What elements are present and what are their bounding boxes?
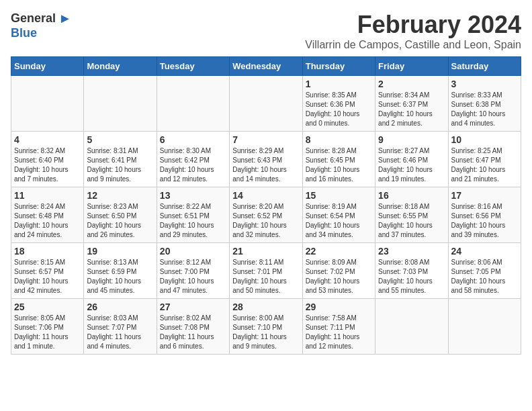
day-info: Sunrise: 8:35 AM Sunset: 6:36 PM Dayligh…: [306, 91, 372, 128]
day-number: 14: [232, 190, 299, 201]
day-info: Sunrise: 8:28 AM Sunset: 6:45 PM Dayligh…: [306, 146, 372, 184]
day-info: Sunrise: 8:32 AM Sunset: 6:40 PM Dayligh…: [14, 146, 81, 184]
calendar-cell: 15Sunrise: 8:19 AM Sunset: 6:54 PM Dayli…: [302, 187, 375, 243]
calendar-cell: 16Sunrise: 8:18 AM Sunset: 6:55 PM Dayli…: [375, 187, 448, 243]
calendar-cell: 28Sunrise: 8:00 AM Sunset: 7:10 PM Dayli…: [230, 299, 302, 355]
day-info: Sunrise: 8:29 AM Sunset: 6:43 PM Dayligh…: [232, 146, 299, 184]
day-number: 6: [160, 134, 226, 145]
calendar-cell: 25Sunrise: 8:05 AM Sunset: 7:06 PM Dayli…: [11, 299, 84, 355]
calendar-cell: 29Sunrise: 7:58 AM Sunset: 7:11 PM Dayli…: [302, 299, 375, 355]
calendar-cell: 12Sunrise: 8:23 AM Sunset: 6:50 PM Dayli…: [84, 187, 157, 243]
page-header: General ► Blue February 2024 Villarrin d…: [11, 11, 521, 51]
calendar-week-row: 11Sunrise: 8:24 AM Sunset: 6:48 PM Dayli…: [11, 187, 521, 243]
weekday-header-row: SundayMondayTuesdayWednesdayThursdayFrid…: [11, 57, 521, 76]
logo-text-blue: Blue: [11, 26, 37, 40]
calendar-cell: 1Sunrise: 8:35 AM Sunset: 6:36 PM Daylig…: [302, 76, 375, 132]
day-number: 22: [306, 246, 372, 257]
day-number: 26: [87, 302, 153, 312]
day-info: Sunrise: 8:12 AM Sunset: 7:00 PM Dayligh…: [160, 258, 226, 295]
calendar-cell: 22Sunrise: 8:09 AM Sunset: 7:02 PM Dayli…: [302, 243, 375, 299]
day-number: 21: [232, 246, 299, 257]
day-number: 2: [378, 79, 445, 89]
logo-bird-icon: ►: [58, 11, 72, 26]
calendar-cell: 3Sunrise: 8:33 AM Sunset: 6:38 PM Daylig…: [448, 76, 521, 132]
day-info: Sunrise: 8:02 AM Sunset: 7:08 PM Dayligh…: [160, 314, 226, 351]
calendar-cell: 13Sunrise: 8:22 AM Sunset: 6:51 PM Dayli…: [157, 187, 229, 243]
month-title: February 2024: [305, 11, 521, 39]
calendar-cell: 18Sunrise: 8:15 AM Sunset: 6:57 PM Dayli…: [11, 243, 84, 299]
day-number: 11: [14, 190, 81, 201]
day-number: 1: [306, 79, 372, 89]
day-number: 20: [160, 246, 226, 257]
day-number: 17: [451, 190, 518, 201]
day-number: 5: [87, 134, 153, 145]
weekday-header-friday: Friday: [375, 57, 448, 76]
day-number: 24: [451, 246, 518, 257]
weekday-header-thursday: Thursday: [302, 57, 375, 76]
day-number: 3: [451, 79, 518, 89]
day-number: 4: [14, 134, 81, 145]
day-info: Sunrise: 8:15 AM Sunset: 6:57 PM Dayligh…: [14, 258, 81, 295]
day-info: Sunrise: 8:13 AM Sunset: 6:59 PM Dayligh…: [87, 258, 153, 295]
calendar-cell: 8Sunrise: 8:28 AM Sunset: 6:45 PM Daylig…: [302, 132, 375, 187]
day-info: Sunrise: 8:06 AM Sunset: 7:05 PM Dayligh…: [451, 258, 518, 295]
day-info: Sunrise: 8:22 AM Sunset: 6:51 PM Dayligh…: [160, 202, 226, 240]
day-info: Sunrise: 8:11 AM Sunset: 7:01 PM Dayligh…: [232, 258, 299, 295]
weekday-header-sunday: Sunday: [11, 57, 84, 76]
day-info: Sunrise: 8:08 AM Sunset: 7:03 PM Dayligh…: [378, 258, 445, 295]
calendar-cell: 7Sunrise: 8:29 AM Sunset: 6:43 PM Daylig…: [230, 132, 302, 187]
calendar-cell: 27Sunrise: 8:02 AM Sunset: 7:08 PM Dayli…: [157, 299, 229, 355]
day-info: Sunrise: 8:33 AM Sunset: 6:38 PM Dayligh…: [451, 91, 518, 128]
calendar-table: SundayMondayTuesdayWednesdayThursdayFrid…: [11, 56, 521, 355]
calendar-cell: 24Sunrise: 8:06 AM Sunset: 7:05 PM Dayli…: [448, 243, 521, 299]
day-info: Sunrise: 8:24 AM Sunset: 6:48 PM Dayligh…: [14, 202, 81, 240]
calendar-cell: 2Sunrise: 8:34 AM Sunset: 6:37 PM Daylig…: [375, 76, 448, 132]
day-number: 23: [378, 246, 445, 257]
calendar-week-row: 25Sunrise: 8:05 AM Sunset: 7:06 PM Dayli…: [11, 299, 521, 355]
weekday-header-tuesday: Tuesday: [157, 57, 229, 76]
calendar-week-row: 1Sunrise: 8:35 AM Sunset: 6:36 PM Daylig…: [11, 76, 521, 132]
calendar-cell: 6Sunrise: 8:30 AM Sunset: 6:42 PM Daylig…: [157, 132, 229, 187]
calendar-cell: 9Sunrise: 8:27 AM Sunset: 6:46 PM Daylig…: [375, 132, 448, 187]
day-number: 15: [306, 190, 372, 201]
day-info: Sunrise: 8:16 AM Sunset: 6:56 PM Dayligh…: [451, 202, 518, 240]
calendar-cell: 4Sunrise: 8:32 AM Sunset: 6:40 PM Daylig…: [11, 132, 84, 187]
logo: General ► Blue: [11, 11, 72, 40]
day-number: 18: [14, 246, 81, 257]
day-info: Sunrise: 8:25 AM Sunset: 6:47 PM Dayligh…: [451, 146, 518, 184]
weekday-header-monday: Monday: [84, 57, 157, 76]
day-number: 10: [451, 134, 518, 145]
day-info: Sunrise: 8:20 AM Sunset: 6:52 PM Dayligh…: [232, 202, 299, 240]
calendar-cell: 26Sunrise: 8:03 AM Sunset: 7:07 PM Dayli…: [84, 299, 157, 355]
day-number: 12: [87, 190, 153, 201]
day-number: 25: [14, 302, 81, 312]
calendar-cell: [84, 76, 157, 132]
day-number: 7: [232, 134, 299, 145]
day-number: 8: [306, 134, 372, 145]
calendar-cell: [448, 299, 521, 355]
day-number: 19: [87, 246, 153, 257]
weekday-header-wednesday: Wednesday: [230, 57, 302, 76]
day-number: 16: [378, 190, 445, 201]
day-info: Sunrise: 8:05 AM Sunset: 7:06 PM Dayligh…: [14, 314, 81, 351]
day-info: Sunrise: 8:18 AM Sunset: 6:55 PM Dayligh…: [378, 202, 445, 240]
day-info: Sunrise: 8:09 AM Sunset: 7:02 PM Dayligh…: [306, 258, 372, 295]
location-title: Villarrin de Campos, Castille and Leon, …: [305, 39, 521, 51]
day-number: 27: [160, 302, 226, 312]
calendar-cell: 21Sunrise: 8:11 AM Sunset: 7:01 PM Dayli…: [230, 243, 302, 299]
day-info: Sunrise: 8:23 AM Sunset: 6:50 PM Dayligh…: [87, 202, 153, 240]
day-number: 9: [378, 134, 445, 145]
calendar-cell: [375, 299, 448, 355]
calendar-week-row: 4Sunrise: 8:32 AM Sunset: 6:40 PM Daylig…: [11, 132, 521, 187]
calendar-cell: 10Sunrise: 8:25 AM Sunset: 6:47 PM Dayli…: [448, 132, 521, 187]
calendar-cell: 11Sunrise: 8:24 AM Sunset: 6:48 PM Dayli…: [11, 187, 84, 243]
title-section: February 2024 Villarrin de Campos, Casti…: [305, 11, 521, 51]
day-info: Sunrise: 8:30 AM Sunset: 6:42 PM Dayligh…: [160, 146, 226, 184]
day-info: Sunrise: 8:03 AM Sunset: 7:07 PM Dayligh…: [87, 314, 153, 351]
day-info: Sunrise: 8:00 AM Sunset: 7:10 PM Dayligh…: [232, 314, 299, 351]
day-number: 13: [160, 190, 226, 201]
day-info: Sunrise: 8:31 AM Sunset: 6:41 PM Dayligh…: [87, 146, 153, 184]
calendar-week-row: 18Sunrise: 8:15 AM Sunset: 6:57 PM Dayli…: [11, 243, 521, 299]
calendar-cell: [157, 76, 229, 132]
day-info: Sunrise: 8:34 AM Sunset: 6:37 PM Dayligh…: [378, 91, 445, 128]
